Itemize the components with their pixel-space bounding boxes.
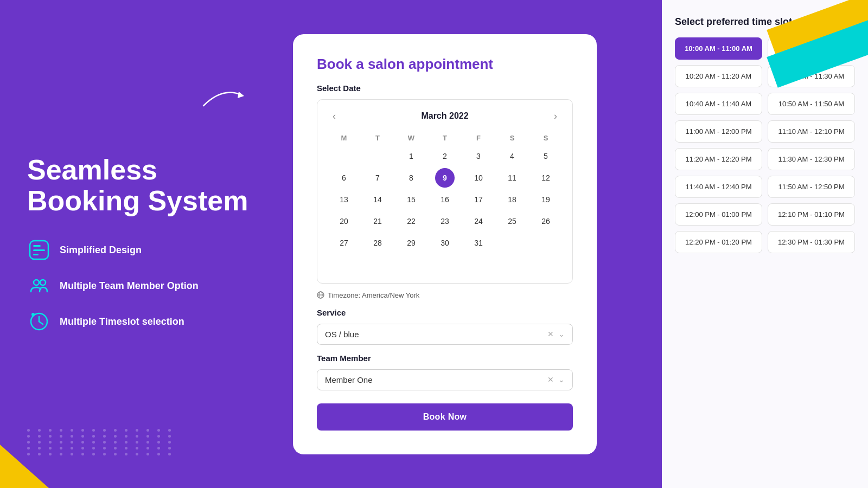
cal-day[interactable]: 11 [502,168,522,188]
team-clear-icon[interactable]: ✕ [547,375,554,384]
cal-day-header: M [328,132,360,144]
feature-item-simplified: Simplified Design [27,238,255,262]
cal-day[interactable]: 13 [334,190,354,209]
booking-card: Book a salon appointment Select Date ‹ M… [293,34,597,454]
svg-point-6 [40,280,46,285]
service-label: Service [317,308,573,317]
cal-day-header: W [395,132,427,144]
service-value: OS / blue [325,330,359,339]
cal-day[interactable]: 2 [435,146,455,166]
timezone-row: Timezone: America/New York [317,291,573,299]
timezone-text: Timezone: America/New York [328,291,419,299]
team-label: Team Member [317,354,573,363]
cal-day [536,233,556,253]
team-chevron-icon[interactable]: ⌄ [558,375,565,384]
cal-day [502,233,522,253]
time-slot-7[interactable]: 11:10 AM - 12:10 PM [768,120,855,143]
cal-day[interactable]: 3 [469,146,488,166]
time-slot-6[interactable]: 11:00 AM - 12:00 PM [675,120,762,143]
cal-day[interactable]: 20 [334,211,354,231]
calendar-grid: MTWTFSS123456789101112131415161718192021… [328,132,561,274]
hero-title: Seamless Booking System [27,155,255,216]
time-slot-12[interactable]: 12:00 PM - 01:00 PM [675,203,762,226]
cal-day-header: S [530,132,561,144]
cal-day[interactable]: 6 [334,168,354,188]
cal-day[interactable]: 19 [536,190,556,209]
book-now-button[interactable]: Book Now [317,403,573,431]
cal-day[interactable]: 14 [368,190,387,209]
select-date-label: Select Date [317,84,573,93]
cal-day[interactable]: 28 [368,233,387,253]
cal-day[interactable]: 1 [401,146,421,166]
cal-day[interactable]: 15 [401,190,421,209]
time-panel: Select preferred time slot 10:00 AM - 11… [662,0,868,488]
service-dropdown[interactable]: OS / blue ✕ ⌄ [317,324,573,345]
cal-day[interactable]: 24 [469,211,488,231]
cal-day[interactable]: 4 [502,146,522,166]
cal-day[interactable]: 7 [368,168,387,188]
brush-icon [27,238,51,262]
card-title: Book a salon appointment [317,56,573,73]
cal-day[interactable]: 21 [368,211,387,231]
cal-day[interactable]: 10 [469,168,488,188]
feature-list: Simplified Design Multiple Team Member O… [27,238,255,333]
cal-day-header: T [429,132,461,144]
feature-item-timeslot: Multiple Timeslot selection [27,310,255,333]
cal-day[interactable]: 31 [469,233,488,253]
svg-rect-3 [33,249,45,251]
cal-day[interactable]: 18 [502,190,522,209]
svg-rect-4 [33,254,39,255]
service-clear-icon[interactable]: ✕ [547,330,554,338]
feature-item-team: Multiple Team Member Option [27,274,255,298]
cal-day-header: F [463,132,494,144]
cal-day [334,255,354,274]
cal-day-header: T [362,132,393,144]
svg-marker-0 [238,92,244,98]
cal-day[interactable]: 29 [401,233,421,253]
service-chevron-icon[interactable]: ⌄ [558,330,565,338]
service-section: Service OS / blue ✕ ⌄ [317,308,573,345]
time-slot-9[interactable]: 11:30 AM - 12:30 PM [768,148,855,170]
time-slot-14[interactable]: 12:20 PM - 01:20 PM [675,231,762,253]
calendar-header: ‹ March 2022 › [328,108,561,124]
globe-icon [317,291,324,299]
cal-day-header: S [496,132,528,144]
time-slot-13[interactable]: 12:10 PM - 01:10 PM [768,203,855,226]
svg-point-10 [31,313,35,316]
calendar-month-year: March 2022 [421,111,468,121]
time-slot-10[interactable]: 11:40 AM - 12:40 PM [675,176,762,198]
time-slot-8[interactable]: 11:20 AM - 12:20 PM [675,148,762,170]
team-dropdown[interactable]: Member One ✕ ⌄ [317,369,573,390]
cal-day[interactable]: 25 [502,211,522,231]
calendar-wrapper: ‹ March 2022 › MTWTFSS123456789101112131… [317,99,573,284]
time-slot-11[interactable]: 11:50 AM - 12:50 PM [768,176,855,198]
team-icon [27,274,51,298]
next-month-button[interactable]: › [550,108,561,124]
cal-day[interactable]: 8 [401,168,421,188]
left-panel: Seamless Booking System Simplified Desig… [0,0,282,488]
cal-day[interactable]: 17 [469,190,488,209]
feature-label-team: Multiple Team Member Option [60,280,199,292]
cal-day[interactable]: 22 [401,211,421,231]
svg-line-9 [39,322,43,324]
feature-label-simplified: Simplified Design [60,245,142,256]
cal-day[interactable]: 5 [536,146,556,166]
cal-day[interactable]: 30 [435,233,455,253]
cal-day [368,146,387,166]
cal-day[interactable]: 12 [536,168,556,188]
svg-rect-2 [33,245,41,247]
clock-icon [27,310,51,333]
dots-decoration [27,429,176,455]
feature-label-timeslot: Multiple Timeslot selection [60,316,184,328]
cal-day[interactable]: 23 [435,211,455,231]
cal-day [334,146,354,166]
cal-day[interactable]: 16 [435,190,455,209]
cal-day-selected[interactable]: 9 [435,168,455,188]
team-value: Member One [325,375,373,384]
prev-month-button[interactable]: ‹ [328,108,340,124]
arrow-decoration [201,84,250,111]
time-slot-15[interactable]: 12:30 PM - 01:30 PM [768,231,855,253]
cal-day[interactable]: 26 [536,211,556,231]
color-strips [749,0,868,108]
cal-day[interactable]: 27 [334,233,354,253]
